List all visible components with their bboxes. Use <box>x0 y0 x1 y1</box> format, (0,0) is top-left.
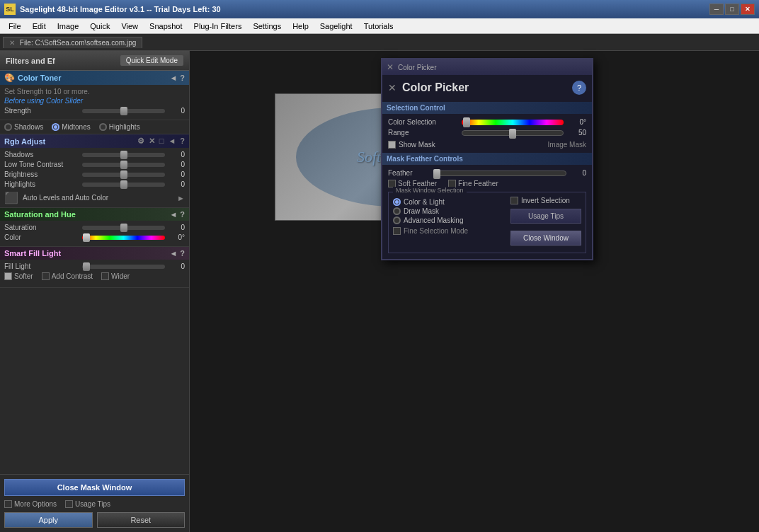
rgb-highlights-value: 0 <box>168 180 185 188</box>
show-mask-checkbox[interactable]: Show Mask <box>388 141 435 149</box>
midtones-radio-circle <box>52 123 59 131</box>
menu-help[interactable]: Help <box>287 21 314 32</box>
softer-checkbox[interactable]: Softer <box>4 272 33 280</box>
color-selection-row: Color Selection 0° <box>388 118 586 126</box>
dialog-header-close-icon[interactable]: ✕ <box>388 82 396 93</box>
menu-edit[interactable]: Edit <box>27 21 52 32</box>
menu-view[interactable]: View <box>115 21 144 32</box>
menu-image[interactable]: Image <box>52 21 85 32</box>
rgb-icon4[interactable]: ◄ <box>168 137 176 146</box>
auto-levels-label[interactable]: Auto Levels and Auto Color <box>23 194 177 202</box>
app-icon: SL <box>4 4 16 15</box>
feather-thumb[interactable] <box>433 169 440 179</box>
color-thumb[interactable] <box>83 233 90 242</box>
shadows-radio[interactable]: Shadows <box>4 123 43 131</box>
mask-col-right: Invert Selection Usage Tips Close Window <box>510 197 581 248</box>
rgb-icon3[interactable]: □ <box>159 137 164 146</box>
range-slider[interactable] <box>462 130 564 136</box>
rgb-icon5[interactable]: ? <box>180 137 185 146</box>
saturation-thumb[interactable] <box>120 224 127 232</box>
brightness-slider-row: Brightness 0 <box>4 170 185 178</box>
advanced-masking-radio[interactable]: Advanced Masking <box>393 216 505 224</box>
low-tone-slider[interactable] <box>82 163 165 167</box>
color-value: 0° <box>168 233 185 241</box>
rgb-shadows-slider[interactable] <box>82 153 165 157</box>
more-options-checkbox[interactable]: More Options <box>4 500 57 508</box>
fine-selection-label: Fine Selection Mode <box>404 227 468 235</box>
color-selection-thumb[interactable] <box>463 117 470 127</box>
mask-columns: Color & Light Draw Mask Advanced Masking <box>393 197 581 248</box>
color-selection-slider[interactable] <box>462 120 564 125</box>
low-tone-thumb[interactable] <box>120 161 127 169</box>
fine-selection-box[interactable] <box>393 227 401 235</box>
rgb-icon2[interactable]: ✕ <box>149 137 155 146</box>
usage-tips-button[interactable]: Usage Tips <box>510 209 581 224</box>
maximize-button[interactable]: □ <box>725 4 739 15</box>
smart-nav-back[interactable]: ◄ <box>169 249 177 258</box>
menu-sagelight[interactable]: Sagelight <box>314 21 358 32</box>
close-window-button[interactable]: Close Window <box>510 231 581 245</box>
close-mask-window-button[interactable]: Close Mask Window <box>4 479 185 496</box>
quick-edit-mode-label[interactable]: Quick Edit Mode <box>120 55 183 66</box>
color-light-radio[interactable]: Color & Light <box>393 198 505 206</box>
action-row: Apply Reset <box>4 512 185 528</box>
strength-slider[interactable] <box>82 109 165 113</box>
fill-light-slider[interactable] <box>82 265 165 269</box>
brightness-label: Brightness <box>4 170 82 178</box>
color-toner-title: Color Toner <box>18 74 62 82</box>
rgb-highlights-label: Highlights <box>4 180 82 188</box>
rgb-shadows-label: Shadows <box>4 151 82 158</box>
brightness-slider[interactable] <box>82 173 165 177</box>
bottom-section: Close Mask Window More Options Usage Tip… <box>0 474 189 532</box>
dialog-help-button[interactable]: ? <box>572 81 586 95</box>
rgb-highlights-slider[interactable] <box>82 183 165 187</box>
saturation-hue-header: Saturation and Hue ◄ ? <box>0 208 189 221</box>
add-contrast-checkbox[interactable]: Add Contrast <box>42 272 93 280</box>
wider-checkbox[interactable]: Wider <box>101 272 130 280</box>
dialog-title-close-icon[interactable]: ✕ <box>387 62 394 72</box>
rgb-shadows-value: 0 <box>168 151 185 158</box>
usage-tips-checkbox[interactable]: Usage Tips <box>65 500 110 508</box>
smart-nav-help[interactable]: ? <box>180 249 185 258</box>
tab-close-icon[interactable]: ✕ <box>9 39 15 47</box>
help-icon[interactable]: ? <box>180 74 185 82</box>
auto-levels-arrow[interactable]: ► <box>177 194 185 202</box>
rgb-highlights-thumb[interactable] <box>120 180 127 189</box>
color-slider[interactable] <box>82 236 165 240</box>
menu-plugins[interactable]: Plug-In Filters <box>188 21 248 32</box>
menu-quick[interactable]: Quick <box>84 21 115 32</box>
color-label: Color <box>4 233 82 241</box>
reset-button[interactable]: Reset <box>97 512 186 528</box>
dialog-title-bar-label: Color Picker <box>398 64 436 71</box>
file-tab[interactable]: ✕ File: C:\SoftSea.com\softsea.com.jpg <box>3 37 142 48</box>
advanced-masking-circle <box>393 216 401 224</box>
fill-light-thumb[interactable] <box>83 262 90 271</box>
feather-slider[interactable] <box>433 170 566 176</box>
shadows-label: Shadows <box>14 123 43 131</box>
strength-value: 0 <box>168 107 185 115</box>
menu-snapshot[interactable]: Snapshot <box>144 21 188 32</box>
saturation-slider[interactable] <box>82 226 165 230</box>
nav-back-icon[interactable]: ◄ <box>169 74 177 82</box>
range-thumb[interactable] <box>509 129 516 139</box>
smart-fill-nav: ◄ ? <box>169 249 185 258</box>
brightness-thumb[interactable] <box>120 170 127 179</box>
draw-mask-radio[interactable]: Draw Mask <box>393 207 505 215</box>
close-button[interactable]: ✕ <box>741 4 755 15</box>
menu-tutorials[interactable]: Tutorials <box>358 21 399 32</box>
highlights-radio[interactable]: Highlights <box>99 123 140 131</box>
menu-file[interactable]: File <box>3 21 27 32</box>
midtones-radio[interactable]: Midtones <box>52 123 91 131</box>
strength-thumb[interactable] <box>120 107 127 115</box>
apply-button[interactable]: Apply <box>4 512 93 528</box>
sat-nav-back[interactable]: ◄ <box>169 210 177 219</box>
rgb-icon1[interactable]: ⚙ <box>137 137 144 146</box>
shadows-radio-circle <box>4 123 12 131</box>
rgb-shadows-thumb[interactable] <box>120 151 127 159</box>
low-tone-value: 0 <box>168 161 185 168</box>
menu-settings[interactable]: Settings <box>247 21 287 32</box>
sat-nav-help[interactable]: ? <box>180 210 185 219</box>
invert-selection-box[interactable] <box>510 197 518 204</box>
minimize-button[interactable]: ─ <box>709 4 724 15</box>
color-toner-hint1: Set Strength to 10 or more. <box>4 88 185 96</box>
